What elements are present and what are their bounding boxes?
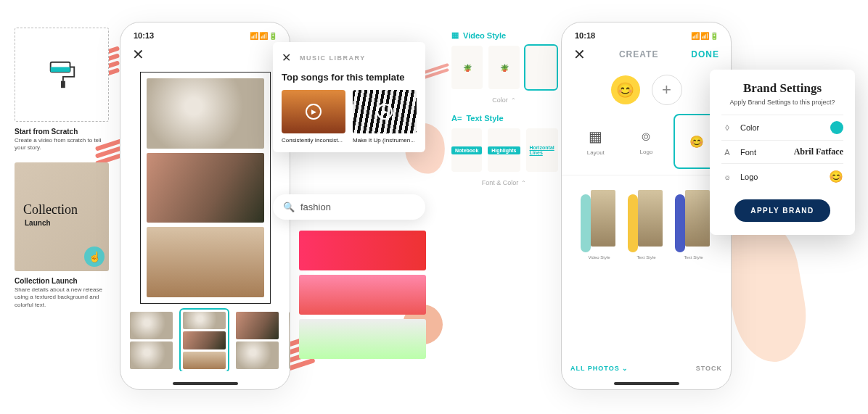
apply-brand-button[interactable]: APPLY BRAND (734, 199, 830, 222)
logo-preview[interactable]: 😊 (611, 75, 640, 104)
song-name: Consistently Inconsist... (282, 137, 345, 144)
style-panel: ▦ Video Style 🪴 🪴 Color⌃ A= Text Style N… (451, 23, 557, 189)
search-input[interactable]: 🔍 fashion (273, 194, 425, 220)
layout-icon: ▦ (589, 128, 602, 145)
collection-heading: Collection (23, 202, 78, 218)
music-heading: Top songs for this template (282, 72, 417, 83)
layout-thumb[interactable] (234, 310, 281, 371)
layout-thumb[interactable] (287, 310, 290, 371)
search-value: fashion (300, 202, 331, 212)
story-row: Video Style Text Style Text Style (562, 175, 731, 271)
canvas-image[interactable] (147, 78, 264, 149)
smiley-icon: 😊 (689, 135, 704, 149)
collection-launch-card[interactable]: Collection Launch ☝ (15, 162, 109, 271)
drop-icon: ◊ (721, 123, 733, 132)
start-from-scratch-card[interactable] (15, 28, 109, 122)
template-column: Start from Scratch Create a video from s… (15, 28, 109, 319)
home-indicator (173, 382, 238, 385)
brand-row-logo[interactable]: ⌾Logo 😊 (721, 163, 843, 189)
fontcolor-toggle[interactable]: Font & Color (482, 179, 519, 186)
canvas-image[interactable] (147, 153, 264, 223)
paint-roller-icon (45, 58, 78, 91)
scratch-desc: Create a video from scratch to tell your… (15, 137, 109, 152)
clock: 10:13 (134, 31, 154, 40)
svg-rect-2 (61, 81, 65, 88)
brand-row-font[interactable]: AFont Abril Fatface (721, 140, 843, 163)
story-thumb[interactable]: Video Style (579, 187, 619, 260)
song-item[interactable]: ▶ Consistently Inconsist... (282, 90, 345, 144)
music-library-popover: ✕ MUSIC LIBRARY Top songs for this templ… (273, 42, 425, 152)
font-value: Abril Fatface (794, 146, 843, 157)
font-icon: A (721, 148, 733, 157)
story-thumb[interactable]: Text Style (673, 187, 713, 260)
story-thumb[interactable]: Text Style (626, 187, 666, 260)
brand-title: Brand Settings (721, 81, 843, 96)
add-button[interactable]: + (652, 75, 682, 105)
svg-rect-1 (51, 67, 70, 72)
close-icon[interactable]: ✕ (573, 46, 586, 63)
search-results (299, 231, 426, 359)
status-icons: 📶 📶 🔋 (250, 32, 277, 40)
chevron-up-icon: ⌃ (521, 180, 526, 186)
song-name: Make It Up (Instrumen... (353, 137, 417, 144)
play-icon[interactable]: ▶ (377, 104, 393, 120)
phone-create: 10:18 📶 📶 🔋 ✕ CREATE DONE 😊 + ▦Layout ⌾L… (561, 22, 732, 390)
canvas-image[interactable] (147, 227, 264, 297)
result-thumb[interactable] (299, 319, 426, 359)
style-thumb-selected[interactable] (525, 46, 557, 89)
collection-desc: Share details about a new release using … (15, 286, 109, 309)
music-section-label: MUSIC LIBRARY (300, 54, 366, 62)
status-icons: 📶 📶 🔋 (691, 32, 718, 40)
result-thumb[interactable] (299, 275, 426, 315)
option-layout[interactable]: ▦Layout (574, 115, 618, 167)
layout-thumb[interactable] (128, 310, 175, 371)
layout-tray (120, 304, 290, 371)
layout-thumb-selected[interactable] (181, 310, 228, 371)
logo-preview-small: 😊 (829, 170, 843, 183)
brand-settings-popover: Brand Settings Apply Brand Settings to t… (710, 70, 855, 235)
style-thumb[interactable]: 🪴 (451, 46, 483, 89)
text-style-thumb[interactable]: Notebook (451, 128, 482, 172)
status-bar: 10:18 📶 📶 🔋 (562, 30, 731, 46)
home-indicator (614, 382, 679, 385)
text-style-thumb[interactable]: Horizontal Lines (526, 128, 558, 172)
result-thumb[interactable] (299, 231, 426, 270)
style-thumb[interactable]: 🪴 (488, 46, 520, 89)
collection-title: Collection Launch (15, 277, 109, 285)
hand-icon: ☝ (84, 247, 105, 267)
song-item[interactable]: ▶ Make It Up (Instrumen... (353, 90, 417, 144)
video-style-heading[interactable]: ▦ Video Style (451, 30, 557, 40)
decor-blob (717, 212, 814, 368)
scratch-title: Start from Scratch (15, 128, 109, 136)
chevron-down-icon: ⌄ (622, 365, 629, 372)
option-row: ▦Layout ⌾Logo 😊 (562, 115, 731, 175)
logo-icon: ⌾ (642, 128, 650, 144)
collection-sub: Launch (25, 219, 51, 227)
chevron-up-icon: ⌃ (511, 97, 516, 104)
text-style-heading[interactable]: A= Text Style (451, 114, 557, 123)
canvas-frame[interactable] (140, 72, 271, 304)
status-bar: 10:13 📶 📶 🔋 (120, 30, 290, 46)
brand-row-color[interactable]: ◊Color (721, 115, 843, 140)
phone-editor: 10:13 📶 📶 🔋 ✕ (120, 22, 290, 390)
done-button[interactable]: DONE (691, 49, 719, 59)
filter-all-photos[interactable]: ALL PHOTOS ⌄ (570, 365, 629, 372)
clock: 10:18 (575, 31, 595, 40)
close-icon[interactable]: ✕ (282, 51, 291, 65)
option-logo[interactable]: ⌾Logo (624, 115, 668, 167)
logo-icon: ⌾ (721, 173, 733, 181)
text-style-thumb[interactable]: Highlights (488, 128, 520, 172)
play-icon[interactable]: ▶ (306, 104, 322, 120)
color-toggle[interactable]: Color (492, 96, 508, 104)
search-icon: 🔍 (283, 202, 295, 212)
close-icon[interactable]: ✕ (132, 46, 145, 63)
create-label: CREATE (619, 49, 658, 59)
filter-stock[interactable]: STOCK (696, 365, 722, 372)
color-swatch (830, 121, 843, 134)
brand-subtitle: Apply Brand Settings to this project? (721, 99, 843, 106)
